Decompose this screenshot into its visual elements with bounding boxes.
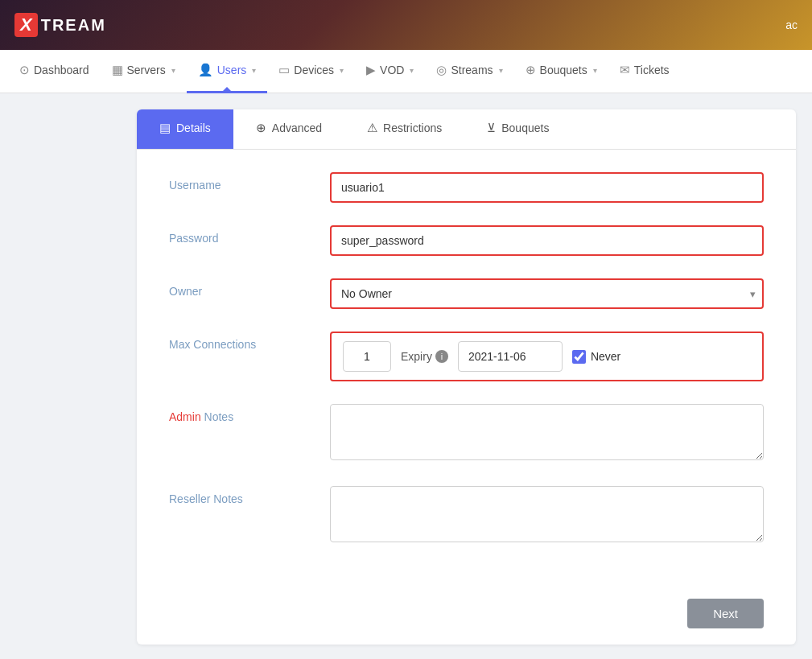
expiry-label: Expiry i: [401, 350, 448, 363]
form-body: Username Password Owner No Owner: [137, 150, 796, 587]
username-control: [330, 172, 764, 203]
admin-text: Admin: [169, 410, 201, 423]
max-connections-row: Max Connections Expiry i Never: [169, 332, 764, 381]
username-row: Username: [169, 172, 764, 203]
dashboard-icon: ⊙: [19, 63, 30, 77]
password-label: Password: [169, 225, 330, 245]
never-checkbox[interactable]: [572, 350, 586, 364]
expiry-info-icon[interactable]: i: [435, 350, 448, 363]
servers-icon: ▦: [112, 63, 123, 77]
owner-label: Owner: [169, 278, 330, 298]
logo-x-icon: X: [14, 13, 38, 37]
streams-arrow-icon: ▾: [499, 66, 503, 75]
tab-details-label: Details: [176, 122, 211, 134]
users-arrow-icon: ▾: [252, 66, 256, 75]
never-label: Never: [591, 350, 620, 363]
owner-row: Owner No Owner Admin Reseller 1 ▾: [169, 278, 764, 309]
connections-wrap: Expiry i Never: [330, 332, 764, 381]
tab-bouquets-label: Bouquets: [501, 122, 549, 134]
username-input[interactable]: [330, 172, 764, 203]
header-user: ac: [785, 19, 798, 31]
admin-notes-row: Admin Notes: [169, 404, 764, 463]
users-icon: 👤: [198, 63, 213, 77]
vod-icon: ▶: [366, 63, 376, 77]
reseller-notes-textarea[interactable]: [330, 486, 764, 542]
nav-label-servers: Servers: [127, 64, 166, 76]
logo: X TREAM: [14, 13, 106, 37]
nav-item-dashboard[interactable]: ⊙ Dashboard: [8, 50, 101, 93]
tab-advanced[interactable]: ⊕ Advanced: [233, 109, 344, 149]
max-connections-label: Max Connections: [169, 332, 330, 351]
nav-item-streams[interactable]: ◎ Streams ▾: [425, 50, 513, 93]
admin-notes-label: Admin Notes: [169, 404, 330, 423]
logo-tream-text: TREAM: [41, 16, 106, 35]
restrictions-tab-icon: ⚠: [367, 121, 377, 135]
nav-item-bouquets[interactable]: ⊕ Bouquets ▾: [514, 50, 608, 93]
bouquets-icon: ⊕: [526, 63, 536, 77]
nav-item-servers[interactable]: ▦ Servers ▾: [101, 50, 187, 93]
nav-label-bouquets: Bouquets: [540, 64, 587, 76]
reseller-notes-label: Reseller Notes: [169, 486, 330, 505]
username-label: Username: [169, 172, 330, 192]
details-tab-icon: ▤: [159, 121, 171, 135]
devices-icon: ▭: [278, 63, 290, 77]
tab-details[interactable]: ▤ Details: [137, 109, 233, 149]
nav-item-devices[interactable]: ▭ Devices ▾: [267, 50, 355, 93]
admin-notes-control: [330, 404, 764, 463]
max-connections-input[interactable]: [343, 341, 391, 372]
vod-arrow-icon: ▾: [410, 66, 414, 75]
password-row: Password: [169, 225, 764, 256]
nav-item-vod[interactable]: ▶ VOD ▾: [355, 50, 425, 93]
tab-restrictions[interactable]: ⚠ Restrictions: [344, 109, 464, 149]
form-card: ▤ Details ⊕ Advanced ⚠ Restrictions ⊻ Bo…: [137, 109, 796, 645]
nav-label-devices: Devices: [294, 64, 334, 76]
devices-arrow-icon: ▾: [340, 66, 344, 75]
password-input[interactable]: [330, 225, 764, 256]
admin-notes-textarea[interactable]: [330, 404, 764, 460]
nav-label-dashboard: Dashboard: [34, 64, 89, 76]
nav-label-tickets: Tickets: [634, 64, 670, 76]
bouquets-arrow-icon: ▾: [593, 66, 597, 75]
navbar: ⊙ Dashboard ▦ Servers ▾ 👤 Users ▾ ▭ Devi…: [0, 50, 812, 93]
expiry-text: Expiry: [401, 350, 432, 363]
nav-item-tickets[interactable]: ✉ Tickets: [608, 50, 681, 93]
main-content: ▤ Details ⊕ Advanced ⚠ Restrictions ⊻ Bo…: [0, 93, 812, 659]
password-control: [330, 225, 764, 256]
nav-item-users[interactable]: 👤 Users ▾: [187, 50, 268, 93]
expiry-date-input[interactable]: [458, 341, 563, 372]
form-footer: Next: [137, 587, 796, 645]
advanced-tab-icon: ⊕: [256, 121, 266, 135]
never-wrap: Never: [572, 350, 620, 364]
owner-select[interactable]: No Owner Admin Reseller 1: [330, 278, 764, 309]
reseller-notes-row: Reseller Notes: [169, 486, 764, 546]
nav-label-users: Users: [217, 64, 247, 76]
owner-control: No Owner Admin Reseller 1 ▾: [330, 278, 764, 309]
owner-select-wrap: No Owner Admin Reseller 1 ▾: [330, 278, 764, 309]
tickets-icon: ✉: [620, 63, 630, 77]
nav-label-streams: Streams: [451, 64, 493, 76]
max-connections-control: Expiry i Never: [330, 332, 764, 381]
streams-icon: ◎: [436, 63, 447, 77]
tab-bouquets[interactable]: ⊻ Bouquets: [464, 109, 571, 149]
next-button[interactable]: Next: [687, 599, 764, 628]
bouquets-tab-icon: ⊻: [487, 121, 496, 135]
tab-restrictions-label: Restrictions: [383, 122, 442, 134]
reseller-notes-control: [330, 486, 764, 546]
header: X TREAM ac: [0, 0, 812, 50]
form-tabs: ▤ Details ⊕ Advanced ⚠ Restrictions ⊻ Bo…: [137, 109, 796, 150]
nav-label-vod: VOD: [380, 64, 404, 76]
servers-arrow-icon: ▾: [171, 66, 175, 75]
tab-advanced-label: Advanced: [272, 122, 322, 134]
